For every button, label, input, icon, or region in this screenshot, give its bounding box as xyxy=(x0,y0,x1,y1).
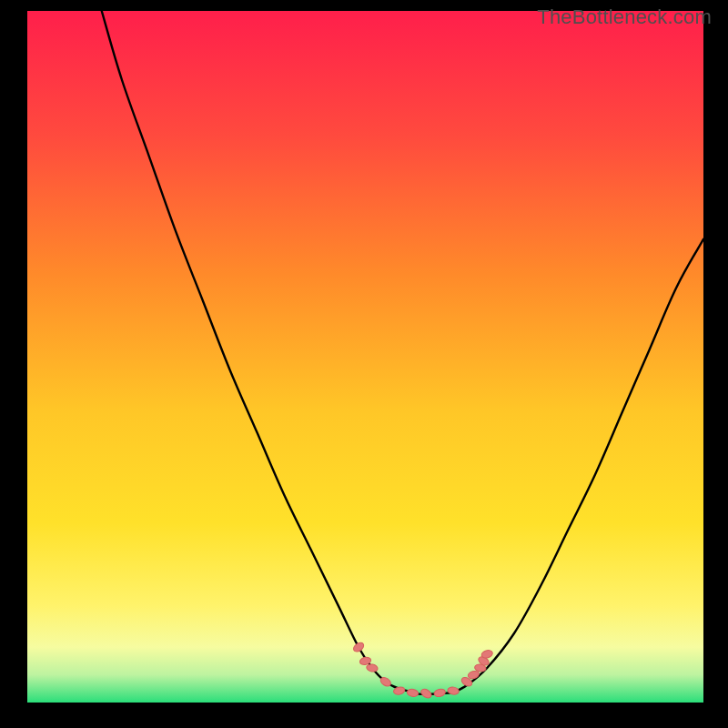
chart-frame: TheBottleneck.com xyxy=(0,0,728,728)
highlight-marker xyxy=(352,641,366,653)
curve-path xyxy=(102,11,703,694)
highlight-marker xyxy=(420,687,433,699)
highlight-marker xyxy=(433,688,446,698)
plot-area xyxy=(27,11,703,703)
highlight-marker xyxy=(407,688,420,697)
highlight-marker xyxy=(366,663,379,672)
attribution-text: TheBottleneck.com xyxy=(537,5,712,29)
bottleneck-curve xyxy=(27,11,703,703)
